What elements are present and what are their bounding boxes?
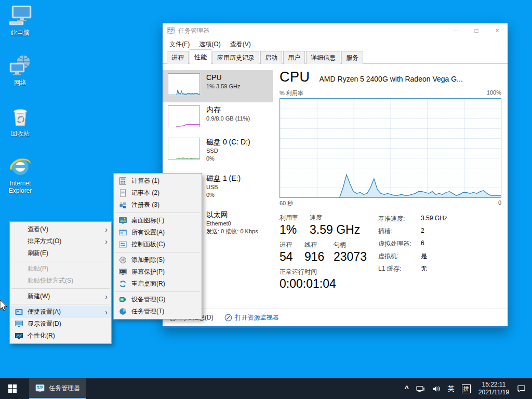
desktop-icon-this-pc[interactable]: 此电脑 bbox=[1, 3, 39, 36]
cpu-heading: CPU bbox=[280, 69, 310, 85]
desktop-icon-label: 网络 bbox=[1, 79, 39, 86]
tab-services[interactable]: 服务 bbox=[341, 51, 363, 64]
close-button[interactable]: × bbox=[487, 23, 508, 38]
submenu-item-device-manager[interactable]: 设备管理(G) bbox=[114, 294, 202, 305]
cpu-panel: CPU AMD Ryzen 5 2400G with Radeon Vega G… bbox=[273, 64, 508, 309]
windows-logo-icon bbox=[8, 384, 17, 393]
stat-speed: 3.59 GHz bbox=[310, 223, 371, 237]
cpu-utilization-chart[interactable] bbox=[280, 98, 501, 198]
tab-processes[interactable]: 进程 bbox=[167, 51, 189, 64]
submenu-item-add-remove[interactable]: 添加删除(S) bbox=[114, 254, 202, 266]
all-settings-icon bbox=[115, 229, 130, 236]
network-tray-icon[interactable] bbox=[413, 378, 429, 399]
resource-monitor-icon bbox=[224, 314, 232, 322]
submenu-item-notepad[interactable]: 记事本 (2) bbox=[114, 187, 202, 199]
submenu-item-restart-desktop[interactable]: 重启桌面(R) bbox=[114, 278, 202, 290]
cpu-model-name: AMD Ryzen 5 2400G with Radeon Vega G... bbox=[320, 75, 463, 83]
action-center-button[interactable] bbox=[513, 378, 532, 399]
y-axis-label: % 利用率 bbox=[280, 89, 303, 97]
menu-item-new[interactable]: 新建(W) › bbox=[10, 290, 111, 302]
restart-desktop-icon bbox=[115, 280, 130, 288]
action-center-icon bbox=[517, 384, 526, 393]
language-indicator[interactable]: 英 bbox=[444, 378, 458, 399]
stat-label: 速度 bbox=[310, 214, 371, 222]
menu-item-display-settings[interactable]: 显示设置(D) bbox=[10, 318, 111, 330]
task-manager-icon bbox=[35, 383, 45, 393]
screensaver-icon bbox=[115, 268, 130, 276]
maximize-button[interactable]: □ bbox=[466, 23, 487, 38]
control-panel-icon bbox=[115, 241, 130, 248]
desktop-icon-internet-explorer[interactable]: Internet Explorer bbox=[1, 154, 39, 194]
internet-explorer-icon bbox=[8, 154, 33, 179]
start-button[interactable] bbox=[0, 378, 25, 399]
submenu-arrow-icon: › bbox=[105, 226, 108, 233]
tab-details[interactable]: 详细信息 bbox=[306, 51, 340, 64]
tab-startup[interactable]: 启动 bbox=[260, 51, 282, 64]
submenu-item-control-panel[interactable]: 控制面板(C) bbox=[114, 238, 202, 250]
tray-chevron-up[interactable]: ^ bbox=[401, 378, 413, 399]
submenu-item-task-manager[interactable]: 任务管理(T) bbox=[114, 305, 202, 317]
desktop-icon-recycle-bin[interactable]: 回收站 bbox=[1, 104, 39, 137]
submenu-item-desktop-icons[interactable]: 桌面图标(F) bbox=[114, 215, 202, 227]
menu-item-paste-shortcut: 粘贴快捷方式(S) bbox=[10, 275, 111, 287]
menu-item-paste: 粘贴(P) bbox=[10, 263, 111, 275]
menu-item-quick-settings[interactable]: 便捷设置(A) › bbox=[10, 306, 111, 318]
uptime-label: 正常运行时间 bbox=[280, 268, 336, 276]
menu-item-sort-by[interactable]: 排序方式(O) › bbox=[10, 235, 111, 247]
sidebar-item-disk0[interactable]: 磁盘 0 (C: D:) SSD 0% bbox=[163, 135, 273, 171]
notepad-icon bbox=[115, 189, 130, 197]
stat-handles: 23073 bbox=[334, 250, 376, 264]
x-axis-right: 0 bbox=[498, 200, 501, 207]
add-remove-icon bbox=[115, 256, 130, 264]
menu-item-personalize[interactable]: 个性化(R) bbox=[10, 330, 111, 342]
desktop-icon-label: Internet Explorer bbox=[1, 180, 39, 194]
tab-performance[interactable]: 性能 bbox=[190, 49, 211, 64]
desktop-icon-network[interactable]: 网络 bbox=[1, 53, 39, 86]
desktop: { "desktop": { "icons": [ { "name": "thi… bbox=[0, 0, 532, 399]
menu-file[interactable]: 文件(F) bbox=[165, 38, 194, 50]
volume-tray-icon[interactable] bbox=[429, 378, 444, 399]
menu-separator bbox=[11, 261, 110, 261]
display-settings-icon bbox=[11, 320, 26, 328]
title-bar[interactable]: 任务管理器 – □ × bbox=[163, 23, 508, 38]
menu-view[interactable]: 查看(V) bbox=[225, 38, 256, 50]
minimize-button[interactable]: – bbox=[445, 23, 466, 38]
taskbar-app-task-manager[interactable]: 任务管理器 bbox=[29, 378, 86, 399]
ime-indicator[interactable]: 拼 bbox=[458, 378, 474, 399]
window-title: 任务管理器 bbox=[178, 26, 209, 35]
calculator-icon bbox=[115, 177, 130, 185]
y-axis-max: 100% bbox=[487, 89, 501, 97]
cpu-mini-chart bbox=[168, 73, 200, 95]
open-resource-monitor-link[interactable]: 打开资源监视器 bbox=[224, 313, 279, 322]
mouse-cursor bbox=[0, 299, 8, 312]
submenu-item-screensaver[interactable]: 屏幕保护(P) bbox=[114, 266, 202, 278]
tab-bar: 进程 性能 应用历史记录 启动 用户 详细信息 服务 bbox=[163, 50, 508, 64]
stat-threads: 916 bbox=[304, 250, 334, 264]
sidebar-item-memory[interactable]: 内存 0.9/8.0 GB (11%) bbox=[163, 102, 273, 135]
cpu-big-stats: 利用率 1% 速度 3.59 GHz 进程 54 线程 916 bbox=[280, 214, 376, 291]
system-tray: ^ 英 拼 15:22:11 2021/11/19 bbox=[401, 378, 532, 399]
status-bar: 简略信息(D) 打开资源监视器 bbox=[163, 309, 508, 326]
stat-label: 线程 bbox=[304, 241, 334, 249]
submenu-item-all-settings[interactable]: 所有设置(A) bbox=[114, 227, 202, 238]
menu-options[interactable]: 选项(O) bbox=[194, 38, 225, 50]
menu-item-view[interactable]: 查看(V) › bbox=[10, 223, 111, 235]
sidebar-item-cpu[interactable]: CPU 1% 3.59 GHz bbox=[163, 70, 273, 102]
taskbar: 任务管理器 ^ 英 拼 15:22:11 bbox=[0, 378, 532, 399]
quick-settings-icon bbox=[11, 308, 26, 316]
disk0-mini-chart bbox=[168, 138, 200, 159]
submenu-arrow-icon: › bbox=[105, 293, 108, 300]
submenu-arrow-icon: › bbox=[105, 309, 108, 316]
tab-users[interactable]: 用户 bbox=[283, 51, 305, 64]
menu-separator bbox=[11, 304, 110, 304]
submenu-item-calculator[interactable]: 计算器 (1) bbox=[114, 175, 202, 187]
clock-time: 15:22:11 bbox=[478, 381, 509, 389]
device-manager-icon bbox=[115, 296, 130, 303]
submenu-item-registry[interactable]: 注册表 (3) bbox=[114, 199, 202, 211]
menu-item-refresh[interactable]: 刷新(E) bbox=[10, 247, 111, 259]
memory-mini-chart bbox=[168, 105, 200, 127]
menu-separator bbox=[11, 288, 110, 289]
tab-app-history[interactable]: 应用历史记录 bbox=[212, 51, 259, 64]
virtual-machine-value: 是 bbox=[421, 252, 427, 261]
clock[interactable]: 15:22:11 2021/11/19 bbox=[474, 378, 513, 399]
